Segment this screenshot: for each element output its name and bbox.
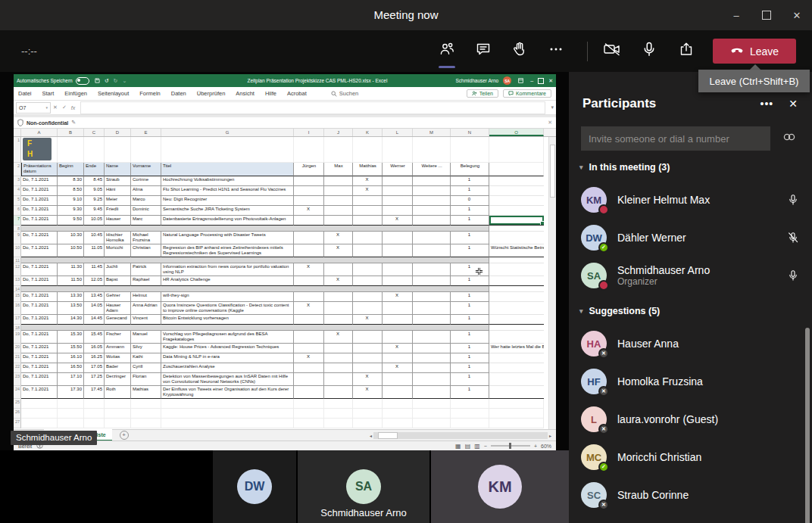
cell: Hauser Adam — [105, 302, 131, 315]
cell — [58, 137, 84, 163]
cell — [383, 302, 413, 315]
share-button: Teilen — [467, 89, 498, 98]
cell — [353, 137, 383, 163]
copy-link-icon[interactable] — [781, 129, 798, 148]
cell: Dominic — [131, 206, 161, 216]
chat-button[interactable] — [468, 36, 498, 66]
mic-icon[interactable] — [786, 194, 800, 206]
zoom-level: 60% — [541, 444, 551, 449]
cell — [489, 409, 544, 419]
leave-button[interactable]: Leave — [713, 39, 796, 64]
cell — [161, 419, 294, 428]
panel-close-icon[interactable]: ✕ — [789, 98, 798, 110]
cell: Hauser — [105, 216, 131, 226]
cell — [413, 216, 451, 226]
cell: 9.30 — [58, 206, 84, 216]
cell: Bitcoin Entwicklung vorhersagen — [161, 315, 294, 325]
row-number: 10 — [14, 244, 21, 257]
avatar: DW✓ — [581, 225, 607, 251]
cell — [131, 409, 161, 419]
cell: Regression des BIP anhand eines Zeitreih… — [161, 244, 294, 257]
cell: Do, 7.1.2021 — [21, 216, 58, 226]
table-row: 20Do, 7.1.202115.5016.05AmmannSilvyKaggl… — [14, 344, 556, 353]
panel-scrollbar[interactable] — [805, 328, 810, 523]
video-tile-km[interactable]: KM — [431, 450, 569, 523]
row-number: 24 — [14, 386, 21, 399]
row-number: 8 — [14, 226, 21, 232]
column-header-N: N — [451, 129, 489, 136]
column-headers: ABCDEGIJKLMNO — [14, 129, 556, 137]
cell — [294, 373, 324, 386]
participant-row[interactable]: SASchmidhauser ArnoOrganizer — [569, 257, 812, 294]
mic-muted-icon[interactable] — [786, 232, 800, 244]
close-button[interactable]: ✕ — [782, 0, 812, 30]
cell: Do, 7.1.2021 — [21, 176, 58, 186]
participant-name: Kleiner Helmut Max — [617, 194, 786, 206]
participant-row[interactable]: MC✓Moricchi Christian — [569, 438, 812, 476]
row-number: 26 — [14, 409, 21, 419]
cell — [324, 186, 353, 196]
cell: 1 — [451, 353, 489, 363]
share-screen-button[interactable] — [671, 36, 701, 66]
autosave-label: Automatisches Speichern — [17, 78, 73, 83]
participant-row[interactable]: L✕laura.vonrohr (Guest) — [569, 400, 812, 438]
participant-row[interactable]: HA✕Hauser Anna — [569, 325, 812, 363]
cell: Semantische Suche JIRA Ticketing System — [161, 206, 294, 216]
cell: X — [383, 344, 413, 353]
cell: X — [383, 363, 413, 373]
mic-toggle-button[interactable] — [634, 36, 664, 66]
cell — [489, 232, 544, 244]
function-icon: fx — [71, 105, 75, 111]
header-cell: Weitere ... — [413, 163, 451, 176]
spacer-row: 11 — [14, 257, 556, 263]
hscroll-left-icon: ◂ — [370, 433, 372, 438]
video-tile-sa[interactable]: SASchmidhauser Arno — [298, 450, 429, 523]
cell: 8.50 — [58, 186, 84, 196]
participant-row[interactable]: DW✓Dähler Werner — [569, 219, 812, 257]
hscroll-thumb — [378, 432, 398, 439]
cell — [294, 315, 324, 325]
invite-input[interactable] — [581, 126, 770, 151]
participant-row[interactable]: KMKleiner Helmut Max — [569, 181, 812, 219]
video-tile-dw[interactable]: DW — [213, 450, 296, 523]
cell — [353, 263, 383, 276]
cell — [353, 216, 383, 226]
section-label: Suggestions (5) — [589, 306, 661, 316]
column-header-E: E — [131, 129, 161, 136]
cell — [489, 331, 544, 344]
cell: 14.05 — [84, 302, 105, 315]
camera-toggle-button[interactable] — [597, 36, 627, 66]
cell: Data Mining & NLP in e-rara — [161, 353, 294, 363]
cell: Patrick — [131, 263, 161, 276]
excel-close-icon: ✕ — [548, 78, 553, 84]
participant-row[interactable]: SC✕Straub Corinne — [569, 476, 812, 514]
cell: Wer hatte letztes Mal die Beme — [489, 344, 544, 353]
minimize-button[interactable]: – — [721, 0, 751, 30]
cell: 17.25 — [84, 373, 105, 386]
maximize-button[interactable] — [751, 0, 782, 30]
section-header-1[interactable]: ▾Suggestions (5) — [569, 297, 812, 325]
cell — [489, 257, 544, 263]
raised-hand-icon — [511, 41, 528, 61]
panel-more-icon[interactable]: ••• — [760, 98, 774, 110]
cell: X — [324, 232, 353, 244]
cell: Corinne — [131, 176, 161, 186]
spacer-row: 8 — [14, 226, 556, 232]
cell — [353, 302, 383, 315]
more-actions-button[interactable] — [541, 36, 571, 66]
row-number: 20 — [14, 344, 21, 353]
cell: 1 — [451, 363, 489, 373]
spacer-row: 14 — [14, 286, 556, 292]
participant-row[interactable]: HF✕Homolka Fruzsina — [569, 363, 812, 400]
section-header-0[interactable]: ▾In this meeting (3) — [569, 154, 812, 181]
cell: Raphael — [131, 276, 161, 286]
mic-icon[interactable] — [786, 269, 800, 282]
cell — [294, 244, 324, 257]
cell: Juchli — [105, 263, 131, 276]
cell — [324, 292, 353, 302]
row-number: 11 — [14, 257, 21, 263]
participants-button[interactable] — [432, 36, 462, 66]
cell — [383, 386, 413, 399]
raise-hand-button[interactable] — [504, 36, 535, 66]
participant-name-wrap: Dähler Werner — [617, 232, 786, 244]
